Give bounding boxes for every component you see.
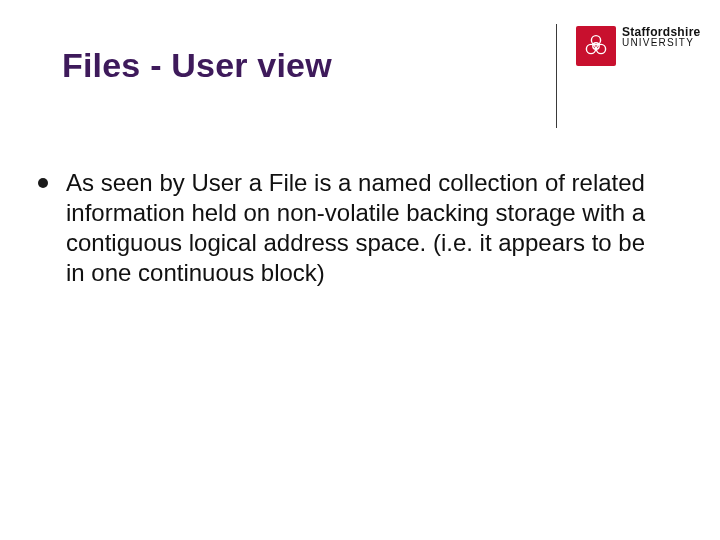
slide-title: Files - User view: [62, 46, 332, 85]
slide: Files - User view Staffordshire UNIVERSI…: [0, 0, 720, 540]
bullet-dot-icon: [38, 178, 48, 188]
slide-body: As seen by User a File is a named collec…: [38, 168, 666, 288]
bullet-item: As seen by User a File is a named collec…: [38, 168, 666, 288]
header-divider: [556, 24, 557, 128]
logo-text: Staffordshire UNIVERSITY: [622, 26, 701, 48]
logo-mark-icon: [576, 26, 616, 66]
university-logo: Staffordshire UNIVERSITY: [576, 26, 696, 88]
logo-line2: UNIVERSITY: [622, 38, 701, 48]
biohazard-icon: [584, 34, 608, 58]
bullet-text: As seen by User a File is a named collec…: [66, 168, 666, 288]
